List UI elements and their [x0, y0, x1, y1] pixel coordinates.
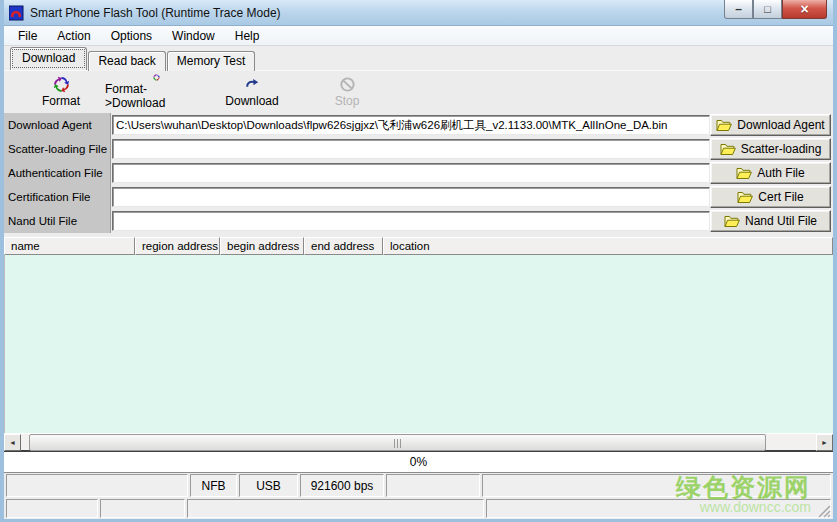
- status-cell-baud-rate: 921600 bps: [300, 474, 384, 497]
- column-header-location[interactable]: location: [383, 237, 833, 255]
- stop-icon: [339, 76, 356, 93]
- browse-nand-util-label: Nand Util File: [745, 214, 817, 228]
- download-button[interactable]: Download: [208, 73, 296, 111]
- browse-auth-file-label: Auth File: [757, 166, 804, 180]
- column-header-region-address[interactable]: region address: [135, 237, 220, 255]
- title-bar: Smart Phone Flash Tool (Runtime Trace Mo…: [4, 0, 833, 26]
- scatter-loading-field[interactable]: [112, 139, 710, 159]
- nand-util-row: Nand Util File: [4, 209, 833, 233]
- browse-cert-file-button[interactable]: Cert File: [710, 186, 831, 208]
- folder-icon: [736, 167, 752, 180]
- scrollbar-thumb[interactable]: [29, 434, 766, 451]
- certification-row: Certification File: [4, 185, 833, 209]
- download-icon: [244, 76, 261, 93]
- status-cell-nfb: NFB: [190, 474, 237, 497]
- scroll-left-arrow-icon[interactable]: ◄: [4, 434, 21, 451]
- app-icon: [9, 5, 25, 21]
- tab-memory-test[interactable]: Memory Test: [167, 51, 255, 71]
- status-cell-empty: [486, 499, 831, 518]
- browse-download-agent-button[interactable]: Download Agent: [710, 114, 831, 136]
- folder-icon: [716, 119, 732, 132]
- format-button[interactable]: Format: [18, 73, 104, 111]
- browse-nand-util-button[interactable]: Nand Util File: [710, 210, 831, 232]
- format-button-label: Format: [42, 94, 80, 108]
- status-cell-empty: [100, 499, 185, 518]
- resize-grip-icon[interactable]: [817, 504, 831, 518]
- download-tab-page: Format Format->Download Download: [4, 70, 833, 450]
- scroll-right-arrow-icon[interactable]: ►: [816, 434, 833, 451]
- maximize-button[interactable]: □: [753, 0, 782, 19]
- menu-window[interactable]: Window: [162, 27, 225, 45]
- download-agent-label: Download Agent: [4, 113, 111, 137]
- tab-strip: Download Read back Memory Test: [4, 46, 833, 70]
- certification-field[interactable]: [112, 187, 710, 207]
- status-cell-empty: [6, 499, 98, 518]
- menu-options[interactable]: Options: [101, 27, 162, 45]
- authentication-label: Authentication File: [4, 161, 111, 185]
- folder-icon: [720, 143, 736, 156]
- scatter-loading-label: Scatter-loading File: [4, 137, 111, 161]
- toolbar: Format Format->Download Download: [4, 71, 833, 113]
- folder-icon: [737, 191, 753, 204]
- browse-scatter-loading-label: Scatter-loading: [741, 142, 822, 156]
- progress-bar: 0%: [4, 450, 833, 473]
- download-button-label: Download: [225, 94, 278, 108]
- rom-table-body[interactable]: [4, 255, 833, 433]
- browse-cert-file-label: Cert File: [758, 190, 803, 204]
- certification-label: Certification File: [4, 185, 111, 209]
- status-cell-usb: USB: [239, 474, 298, 497]
- format-download-button-label: Format->Download: [105, 82, 207, 110]
- download-agent-field[interactable]: [112, 115, 710, 135]
- status-bar-row1: NFB USB 921600 bps: [4, 473, 833, 498]
- tab-download[interactable]: Download: [10, 47, 87, 70]
- format-download-button[interactable]: Format->Download: [104, 73, 208, 111]
- horizontal-scrollbar[interactable]: ◄ ►: [4, 433, 833, 450]
- column-header-name[interactable]: name: [4, 237, 135, 255]
- progress-percent: 0%: [410, 455, 427, 469]
- download-agent-row: Download Agent: [4, 113, 833, 137]
- column-header-end-address[interactable]: end address: [304, 237, 383, 255]
- status-cell-empty: [482, 474, 831, 497]
- browse-download-agent-label: Download Agent: [737, 118, 824, 132]
- close-button[interactable]: ×: [782, 0, 827, 19]
- minimize-button[interactable]: –: [724, 0, 753, 19]
- authentication-field[interactable]: [112, 163, 710, 183]
- nand-util-label: Nand Util File: [4, 209, 111, 233]
- browse-scatter-loading-button[interactable]: Scatter-loading: [710, 138, 831, 160]
- stop-button[interactable]: Stop: [304, 73, 390, 111]
- status-cell-empty: [6, 474, 188, 497]
- authentication-row: Authentication File: [4, 161, 833, 185]
- menu-help[interactable]: Help: [225, 27, 270, 45]
- app-window: Smart Phone Flash Tool (Runtime Trace Mo…: [0, 0, 837, 522]
- status-cell-empty: [187, 499, 484, 518]
- browse-button-column: Download Agent Scatter-loading Auth File: [710, 114, 831, 234]
- menu-action[interactable]: Action: [47, 27, 100, 45]
- window-title: Smart Phone Flash Tool (Runtime Trace Mo…: [30, 6, 281, 20]
- rom-table-header: name region address begin address end ad…: [4, 237, 833, 255]
- stop-button-label: Stop: [335, 94, 360, 108]
- status-cell-empty: [386, 474, 480, 497]
- browse-auth-file-button[interactable]: Auth File: [710, 162, 831, 184]
- folder-icon: [724, 215, 740, 228]
- format-download-icon: [148, 74, 165, 81]
- tab-read-back[interactable]: Read back: [88, 51, 165, 71]
- menu-file[interactable]: File: [8, 27, 47, 45]
- format-icon: [53, 76, 70, 93]
- status-bar-row2: [4, 498, 833, 519]
- menu-bar: File Action Options Window Help: [4, 26, 833, 46]
- scatter-loading-row: Scatter-loading File: [4, 137, 833, 161]
- column-header-begin-address[interactable]: begin address: [220, 237, 304, 255]
- file-form: Download Agent Scatter-loading File Auth…: [4, 113, 833, 237]
- nand-util-field[interactable]: [112, 211, 710, 231]
